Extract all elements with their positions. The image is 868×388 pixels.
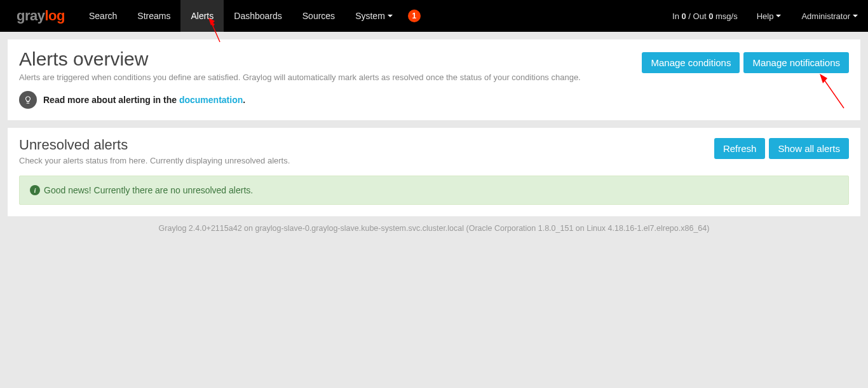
nav-item-sources[interactable]: Sources: [292, 0, 345, 32]
overview-buttons: Manage conditions Manage notifications: [642, 52, 849, 73]
good-news-alert: i Good news! Currently there are no unre…: [19, 176, 849, 205]
nav-item-label: System: [355, 11, 385, 21]
nav-item-streams[interactable]: Streams: [127, 0, 180, 32]
nav-right: In 0 / Out 0 msg/s Help Administrator: [663, 0, 868, 32]
nav-item-search[interactable]: Search: [79, 0, 127, 32]
nav-help[interactable]: Help: [747, 0, 792, 32]
documentation-link[interactable]: documentation: [179, 95, 243, 105]
documentation-text: Read more about alerting in the document…: [43, 95, 245, 105]
section-subtitle: Check your alerts status from here. Curr…: [19, 156, 290, 165]
nav-item-alerts[interactable]: Alerts: [180, 0, 224, 32]
unresolved-heading-block: Unresolved alerts Check your alerts stat…: [19, 135, 290, 165]
good-news-text: Good news! Currently there are no unreso…: [44, 185, 253, 195]
chevron-down-icon: [776, 15, 781, 17]
nav-item-dashboards[interactable]: Dashboards: [224, 0, 292, 32]
page-subtitle: Alerts are triggered when conditions you…: [19, 73, 581, 82]
nav-item-label: Alerts: [191, 11, 214, 21]
inout-suffix: msg/s: [713, 11, 737, 21]
footer-text: Graylog 2.4.0+2115a42 on graylog-slave-0…: [8, 224, 860, 233]
inout-in: 0: [682, 11, 686, 21]
notification-badge[interactable]: 1: [408, 10, 421, 22]
nav-item-system[interactable]: System: [345, 0, 403, 32]
nav-item-label: Streams: [137, 11, 170, 21]
lightbulb-icon: [19, 91, 37, 109]
inout-prefix: In: [672, 11, 681, 21]
manage-notifications-button[interactable]: Manage notifications: [743, 52, 849, 73]
nav-help-label: Help: [757, 11, 774, 21]
show-all-alerts-button[interactable]: Show all alerts: [769, 138, 849, 159]
brand-gray: gray: [17, 8, 44, 24]
brand-orange: log: [44, 8, 65, 24]
throughput-indicator: In 0 / Out 0 msg/s: [663, 11, 747, 21]
info-icon: i: [30, 185, 40, 195]
nav-item-label: Sources: [302, 11, 335, 21]
unresolved-head: Unresolved alerts Check your alerts stat…: [19, 135, 849, 165]
refresh-button[interactable]: Refresh: [714, 138, 766, 159]
section-title: Unresolved alerts: [19, 137, 290, 153]
top-navbar: graylog SearchStreamsAlertsDashboardsSou…: [0, 0, 868, 32]
nav-items: SearchStreamsAlertsDashboardsSourcesSyst…: [79, 0, 403, 32]
nav-user-label: Administrator: [801, 11, 850, 21]
page-title: Alerts overview: [19, 48, 581, 70]
doc-prefix: Read more about alerting in the: [43, 95, 179, 105]
unresolved-buttons: Refresh Show all alerts: [714, 138, 849, 159]
chevron-down-icon: [853, 15, 858, 17]
overview-head: Alerts overview Alerts are triggered whe…: [19, 47, 849, 82]
page-container: Alerts overview Alerts are triggered whe…: [0, 32, 868, 240]
panel-unresolved-alerts: Unresolved alerts Check your alerts stat…: [8, 128, 860, 216]
manage-conditions-button[interactable]: Manage conditions: [642, 52, 740, 73]
nav-item-label: Dashboards: [234, 11, 282, 21]
panel-alerts-overview: Alerts overview Alerts are triggered whe…: [8, 39, 860, 120]
nav-user[interactable]: Administrator: [791, 0, 868, 32]
overview-heading-block: Alerts overview Alerts are triggered whe…: [19, 47, 581, 82]
chevron-down-icon: [388, 15, 393, 17]
doc-suffix: .: [243, 95, 245, 105]
documentation-row: Read more about alerting in the document…: [19, 91, 849, 109]
inout-mid: / Out: [686, 11, 709, 21]
nav-item-label: Search: [89, 11, 117, 21]
brand-logo[interactable]: graylog: [0, 8, 79, 24]
